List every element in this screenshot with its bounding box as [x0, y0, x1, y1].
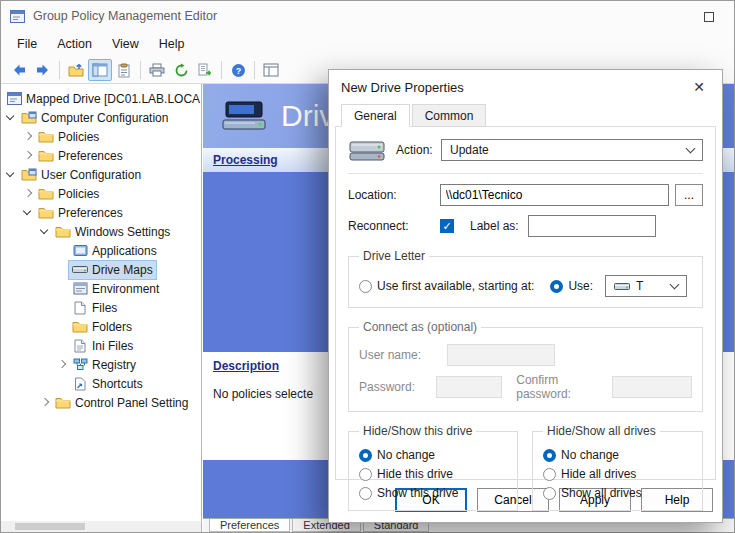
applications-icon [72, 244, 88, 257]
tree-item-drive-maps[interactable]: Drive Maps [1, 260, 201, 279]
tree-item-applications[interactable]: Applications [1, 241, 201, 260]
radio-icon [543, 468, 556, 481]
location-input[interactable] [440, 184, 669, 206]
forward-icon[interactable] [31, 59, 55, 81]
tree-item-computer-configuration[interactable]: Computer Configuration [1, 108, 201, 127]
gpo-icon [6, 92, 22, 105]
chevron-right-icon[interactable] [37, 395, 52, 410]
help-icon[interactable]: ? [226, 59, 250, 81]
refresh-icon[interactable] [169, 59, 193, 81]
properties-icon[interactable] [112, 59, 136, 81]
chevron-right-icon[interactable] [20, 148, 35, 163]
close-icon[interactable]: ✕ [688, 79, 710, 95]
radio-hide-this-drive[interactable]: Hide this drive [359, 467, 507, 481]
tree-horizontal-scrollbar[interactable] [1, 521, 201, 532]
new-window-icon[interactable] [259, 59, 283, 81]
toolbar-separator [221, 61, 222, 79]
chevron-down-icon[interactable] [20, 205, 35, 220]
chevron-right-icon[interactable] [20, 186, 35, 201]
reconnect-checkbox[interactable] [440, 219, 454, 233]
radio-all-no-change[interactable]: No change [543, 448, 692, 462]
back-icon[interactable] [7, 59, 31, 81]
console-tree-toggle-icon[interactable] [88, 59, 112, 81]
print-icon[interactable] [145, 59, 169, 81]
radio-use-first-available[interactable]: Use first available, starting at: [359, 279, 534, 293]
tree-item-core: Windows Settings [52, 223, 173, 241]
tree-item-files[interactable]: Files [1, 298, 201, 317]
chevron-right-icon[interactable] [54, 357, 69, 372]
window-title: Group Policy Management Editor [33, 9, 217, 23]
chevron-down-icon[interactable] [37, 224, 52, 239]
scrollbar-thumb[interactable] [15, 523, 85, 530]
tree-item-folders[interactable]: Folders [1, 317, 201, 336]
expander-spacer [54, 262, 69, 277]
tree-item-environment[interactable]: Environment [1, 279, 201, 298]
description-link[interactable]: Description [213, 359, 279, 373]
tree-item-registry[interactable]: Registry [1, 355, 201, 374]
tree-item-core: Ini Files [69, 337, 136, 355]
tree-item-ini-files[interactable]: Ini Files [1, 336, 201, 355]
tree-item-control-panel-setting[interactable]: Control Panel Setting [1, 393, 201, 412]
folder-icon [38, 149, 54, 162]
menu-view[interactable]: View [102, 33, 149, 55]
tree-item-core: User Configuration [18, 166, 144, 184]
tab-common[interactable]: Common [412, 104, 487, 127]
folder-icon [38, 130, 54, 143]
title-bar: Group Policy Management Editor [1, 1, 734, 31]
tree-item-label: Environment [92, 282, 159, 296]
tree-item-mapped-drive-dc01-lab-loca[interactable]: Mapped Drive [DC01.LAB.LOCA [1, 89, 201, 108]
radio-label: Use: [568, 279, 593, 293]
radio-use[interactable]: Use: [550, 279, 593, 293]
svg-text:?: ? [235, 66, 241, 76]
folder-icon [72, 320, 88, 333]
dialog-title: New Drive Properties [341, 80, 464, 95]
tree-item-user-configuration[interactable]: User Configuration [1, 165, 201, 184]
tab-preferences[interactable]: Preferences [209, 519, 290, 532]
radio-label: Hide this drive [377, 467, 453, 481]
divider [348, 173, 703, 174]
expander-spacer [54, 281, 69, 296]
expander-spacer [54, 300, 69, 315]
folder-icon [38, 187, 54, 200]
radio-icon [359, 487, 372, 500]
location-label: Location: [348, 188, 440, 202]
radio-this-no-change[interactable]: No change [359, 448, 507, 462]
chevron-right-icon[interactable] [20, 129, 35, 144]
tree-item-preferences[interactable]: Preferences [1, 203, 201, 222]
tree-item-label: Policies [58, 130, 99, 144]
tree-item-policies[interactable]: Policies [1, 127, 201, 146]
drive-maps-icon [72, 264, 88, 275]
tree-item-policies[interactable]: Policies [1, 184, 201, 203]
tree-item-preferences[interactable]: Preferences [1, 146, 201, 165]
menu-file[interactable]: File [7, 33, 47, 55]
radio-show-this-drive[interactable]: Show this drive [359, 486, 507, 500]
radio-icon [550, 280, 563, 293]
new-drive-properties-dialog: New Drive Properties ✕ General Common Ac… [328, 69, 723, 523]
browse-button[interactable]: ... [675, 184, 703, 206]
radio-icon [359, 468, 372, 481]
label-as-input[interactable] [528, 215, 656, 237]
maximize-icon [704, 12, 714, 22]
chevron-down-icon[interactable] [3, 110, 18, 125]
tree-item-label: Drive Maps [92, 263, 153, 277]
drive-letter-select[interactable]: T [605, 275, 687, 297]
chevron-down-icon[interactable] [3, 167, 18, 182]
menu-help[interactable]: Help [149, 33, 195, 55]
processing-link[interactable]: Processing [213, 153, 278, 167]
tab-general[interactable]: General [341, 104, 410, 127]
radio-label: No change [561, 448, 619, 462]
toolbar-separator [254, 61, 255, 79]
password-label: Password: [359, 380, 436, 394]
tree-item-shortcuts[interactable]: Shortcuts [1, 374, 201, 393]
maximize-button[interactable] [696, 7, 722, 27]
menu-action[interactable]: Action [47, 33, 102, 55]
tree-item-windows-settings[interactable]: Windows Settings [1, 222, 201, 241]
radio-show-all-drives[interactable]: Show all drives [543, 486, 692, 500]
up-one-level-icon[interactable] [64, 59, 88, 81]
reconnect-row: Reconnect: Label as: [348, 215, 703, 237]
ini-files-icon [72, 339, 88, 353]
action-select[interactable]: Update [441, 139, 703, 161]
radio-hide-all-drives[interactable]: Hide all drives [543, 467, 692, 481]
export-list-icon[interactable] [193, 59, 217, 81]
action-label: Action: [396, 143, 433, 157]
